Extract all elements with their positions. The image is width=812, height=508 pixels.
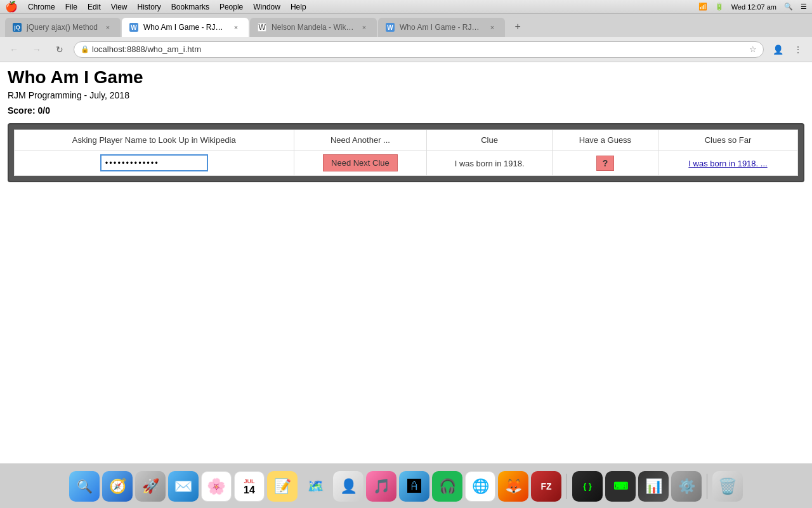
dock-filezilla[interactable]: FZ [531, 471, 561, 502]
toolbar-right: 👤 ⋮ [769, 41, 807, 58]
tab-favicon-who1: W [129, 23, 138, 32]
user-icon[interactable]: 👤 [769, 41, 787, 58]
page-content: Who Am I Game RJM Programming - July, 20… [0, 62, 812, 464]
dock-separator-2 [707, 474, 707, 499]
refresh-button[interactable]: ↻ [51, 41, 69, 58]
clues-so-far-cell: I was born in 1918. ... [658, 150, 798, 176]
apple-menu[interactable]: 🍎 [5, 1, 18, 13]
dock-notes[interactable]: 📝 [267, 471, 298, 502]
dock-editor[interactable]: { } [572, 471, 603, 502]
menu-extras-icon[interactable]: ☰ [801, 3, 807, 11]
battery-icon: 🔋 [715, 3, 724, 11]
menu-edit[interactable]: Edit [88, 3, 101, 11]
dock-contacts[interactable]: 👤 [333, 471, 363, 502]
dock-activity[interactable]: 📊 [638, 471, 669, 502]
dock-finder[interactable]: 🔍 [69, 471, 100, 502]
game-table: Asking Player Name to Look Up in Wikiped… [14, 130, 798, 176]
clues-so-far-link[interactable]: I was born in 1918. ... [688, 159, 767, 168]
dock: 🔍 🧭 🚀 ✉️ 🌸 JUL 14 📝 🗺️ 👤 🎵 🅰 🎧 🌐 🦊 FZ { … [0, 464, 812, 508]
tab-label-wiki: Nelson Mandela - Wikipedia [272, 23, 354, 32]
dock-trash[interactable]: 🗑️ [712, 471, 743, 502]
tab-wikipedia[interactable]: W Nelson Mandela - Wikipedia × [250, 18, 377, 37]
player-name-input[interactable] [100, 154, 208, 171]
tab-jquery[interactable]: jQ jQuery ajax() Method × [5, 18, 121, 37]
lock-icon: 🔒 [81, 45, 89, 53]
menu-icon[interactable]: ⋮ [789, 41, 807, 58]
address-bar[interactable]: 🔒 localhost:8888/who_am_i.htm ☆ [74, 41, 764, 58]
page-title: Who Am I Game [8, 67, 804, 88]
player-input-container [20, 154, 289, 171]
dock-firefox[interactable]: 🦊 [498, 471, 528, 502]
tab-who-am-i-2[interactable]: W Who Am I Game - RJM Progra... × [378, 18, 505, 37]
menu-bar: 🍎 Chrome File Edit View History Bookmark… [0, 0, 812, 14]
tab-close-who2[interactable]: × [487, 22, 497, 32]
bookmark-icon[interactable]: ☆ [749, 44, 757, 54]
dock-mail[interactable]: ✉️ [168, 471, 199, 502]
guess-cell: ? [552, 150, 658, 176]
menu-chrome[interactable]: Chrome [28, 3, 55, 11]
chrome-window: jQ jQuery ajax() Method × W Who Am I Gam… [0, 14, 812, 464]
dock-safari[interactable]: 🧭 [102, 471, 133, 502]
menu-history[interactable]: History [138, 3, 161, 11]
dock-maps[interactable]: 🗺️ [300, 471, 331, 502]
tab-label-who1: Who Am I Game - RJM Progra... [143, 23, 226, 32]
need-another-cell: Need Next Clue [294, 150, 427, 176]
player-name-cell [15, 150, 294, 176]
forward-button[interactable]: → [28, 41, 46, 58]
menu-file[interactable]: File [65, 3, 77, 11]
tab-bar: jQ jQuery ajax() Method × W Who Am I Gam… [0, 14, 812, 37]
col-header-clue: Clue [427, 130, 553, 150]
guess-button[interactable]: ? [596, 156, 614, 171]
dock-preferences[interactable]: ⚙️ [671, 471, 702, 502]
dock-chrome[interactable]: 🌐 [465, 471, 495, 502]
dock-spotify[interactable]: 🎧 [432, 471, 462, 502]
col-header-player: Asking Player Name to Look Up in Wikiped… [15, 130, 294, 150]
tab-close-jquery[interactable]: × [103, 22, 113, 32]
col-header-clues-so-far: Clues so Far [658, 130, 798, 150]
menu-people[interactable]: People [219, 3, 243, 11]
address-text: localhost:8888/who_am_i.htm [92, 44, 749, 54]
col-header-need-another: Need Another ... [294, 130, 427, 150]
tab-close-wiki[interactable]: × [359, 22, 369, 32]
tab-favicon-wiki: W [258, 23, 266, 32]
menu-bar-right: 📶 🔋 Wed 12:07 am 🔍 ☰ [698, 3, 807, 11]
tab-who-am-i-1[interactable]: W Who Am I Game - RJM Progra... × [122, 18, 249, 37]
tab-close-who1[interactable]: × [231, 22, 241, 32]
tab-favicon-jquery: jQ [13, 23, 22, 32]
search-icon[interactable]: 🔍 [784, 3, 793, 11]
need-next-clue-button[interactable]: Need Next Clue [323, 154, 398, 171]
dock-launchpad[interactable]: 🚀 [135, 471, 166, 502]
clock: Wed 12:07 am [731, 3, 776, 11]
menu-view[interactable]: View [111, 3, 128, 11]
dock-terminal[interactable]: ⌨ [605, 471, 636, 502]
col-header-guess: Have a Guess [552, 130, 658, 150]
score-display: Score: 0/0 [8, 105, 804, 116]
dock-photos[interactable]: 🌸 [201, 471, 232, 502]
page-subtitle: RJM Programming - July, 2018 [8, 90, 804, 100]
wifi-icon: 📶 [698, 3, 707, 11]
new-tab-button[interactable]: + [509, 18, 527, 36]
tab-favicon-who2: W [386, 23, 395, 32]
back-button[interactable]: ← [5, 41, 23, 58]
dock-appstore[interactable]: 🅰 [399, 471, 429, 502]
menu-help[interactable]: Help [291, 3, 306, 11]
clue-text: I was born in 1918. [455, 159, 525, 168]
game-container: Asking Player Name to Look Up in Wikiped… [8, 123, 804, 182]
menu-window[interactable]: Window [253, 3, 280, 11]
clue-cell: I was born in 1918. [427, 150, 553, 176]
dock-calendar[interactable]: JUL 14 [234, 471, 265, 502]
table-row: Need Next Clue I was born in 1918. ? I w… [15, 150, 798, 176]
tab-label-who2: Who Am I Game - RJM Progra... [400, 23, 482, 32]
tab-label-jquery: jQuery ajax() Method [27, 23, 98, 32]
dock-itunes[interactable]: 🎵 [366, 471, 396, 502]
dock-separator [566, 474, 567, 499]
address-bar-area: ← → ↻ 🔒 localhost:8888/who_am_i.htm ☆ 👤 … [0, 37, 812, 62]
menu-bookmarks[interactable]: Bookmarks [171, 3, 209, 11]
